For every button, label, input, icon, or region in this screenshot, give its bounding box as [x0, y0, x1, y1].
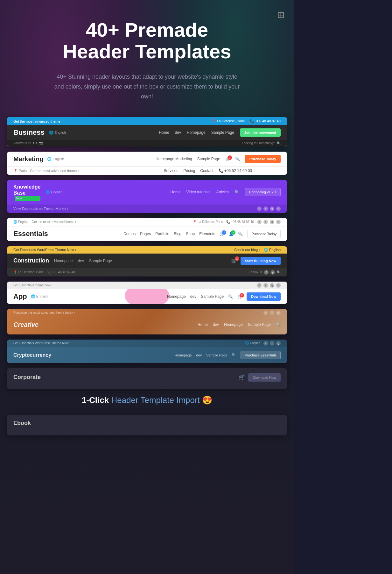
crypto-search-icon[interactable]: 🔍: [232, 353, 236, 357]
crypto-cta-button[interactable]: Purchase Essentials: [241, 351, 281, 359]
app-cart-icon[interactable]: 🛒2: [237, 294, 242, 299]
ess-search-icon[interactable]: 🔍: [238, 232, 243, 236]
kb-social-fb: f: [257, 206, 262, 211]
construction-follow: Follow us: [249, 270, 262, 274]
construction-mainbar: Construction Homepage dev Sample Page 🛒1…: [7, 254, 287, 268]
template-knowledge[interactable]: KnowledgeBase New 🌐 English Home Video t…: [7, 180, 287, 212]
knowledge-search-icon[interactable]: 🔍: [234, 190, 239, 194]
marketing-cta-button[interactable]: Purchase Today: [245, 155, 281, 163]
construction-topbar-left: Get Essentials WordPress Theme Now ›: [13, 248, 76, 252]
crypto-nav-dev[interactable]: dev: [196, 353, 202, 357]
app-topbar: Get Essentials theme now › f t ig in: [7, 282, 287, 289]
nav-homepage[interactable]: Homepage: [187, 130, 206, 135]
ess-social-ig: ig: [270, 220, 274, 224]
business-location: 📍 La Défense, Paris: [212, 119, 245, 123]
cons-social-ig: ig: [270, 270, 275, 275]
creative-nav-sample[interactable]: Sample Page: [248, 322, 271, 327]
creative-nav-dev[interactable]: dev: [213, 322, 219, 327]
knowledge-nav-articles[interactable]: Articles: [216, 190, 228, 194]
nav-sample[interactable]: Sample Page: [211, 130, 234, 135]
creative-logo: Creative: [13, 321, 38, 328]
template-construction[interactable]: Get Essentials WordPress Theme Now › Che…: [7, 246, 287, 276]
knowledge-social: f t ig in: [257, 206, 281, 211]
ebook-mainbar: Ebook: [7, 415, 287, 432]
template-cryptocurrency[interactable]: Get Essentials WordPress Theme Now › 🌐 E…: [7, 340, 287, 363]
nav-dev[interactable]: dev: [175, 130, 181, 135]
business-search-icon[interactable]: 🔍: [277, 141, 281, 145]
marketing-nav-homepage[interactable]: Homepage Marketing: [156, 157, 192, 161]
one-click-text: Header Template Import: [111, 395, 202, 405]
template-creative[interactable]: Purchase the most advanced theme today ›…: [7, 309, 287, 334]
business-cta-button[interactable]: Join the movement: [240, 128, 281, 137]
knowledge-cta-button[interactable]: Changelog v1.2.1: [245, 188, 281, 196]
construction-cta-button[interactable]: Start Building Now: [241, 257, 281, 265]
ess-portfolio[interactable]: Portfolio: [155, 232, 169, 236]
corporate-cta-button[interactable]: Download Now: [248, 373, 281, 382]
app-social-ig: ig: [270, 283, 274, 288]
marketing-logo: Marketing: [13, 155, 43, 163]
one-click-label: 1-Click Header Template Import 😍: [13, 395, 281, 405]
app-nav-sample[interactable]: Sample Page: [201, 294, 224, 299]
footer-section: 1-Click Header Template Import 😍: [6, 389, 288, 415]
template-corporate[interactable]: Corporate 🛒 Download Now: [7, 368, 287, 389]
knowledge-nav-tutorials[interactable]: Video tutorials: [186, 190, 211, 194]
marketing-services[interactable]: Services: [164, 169, 178, 173]
crypto-nav-homepage[interactable]: Homepage: [175, 353, 192, 357]
creative-mainbar: Creative Home dev Homepage Sample Page 🔍: [7, 317, 287, 333]
essentials-cta-button[interactable]: Purchase Today: [247, 230, 281, 238]
template-marketing[interactable]: Marketing 🌐 English Homepage Marketing S…: [7, 152, 287, 175]
business-navbar: Business 🌐 English Home dev Homepage Sam…: [7, 125, 287, 140]
template-essentials[interactable]: 🌐 English Get the most advanced theme › …: [7, 218, 287, 241]
template-ebook[interactable]: Ebook: [7, 415, 287, 435]
creative-nav-home[interactable]: Home: [198, 322, 208, 327]
crypto-social-ig: ig: [276, 341, 281, 346]
ess-blog[interactable]: Blog: [174, 232, 181, 236]
hero-subtitle: 40+ Stunning header layouts that adapt t…: [52, 72, 242, 101]
template-app[interactable]: Get Essentials theme now › f t ig in App…: [7, 282, 287, 304]
business-topbar: Get the most advanced theme › 📍 La Défen…: [7, 117, 287, 125]
templates-grid: Get the most advanced theme › 📍 La Défen…: [7, 117, 287, 389]
construction-cart-icon[interactable]: 🛒1: [231, 258, 237, 264]
creative-nav-homepage[interactable]: Homepage: [224, 322, 243, 327]
app-lang: 🌐 English: [31, 294, 48, 298]
app-cta-button[interactable]: Download Now: [247, 292, 281, 301]
app-search-icon[interactable]: 🔍: [228, 294, 233, 299]
marketing-cart-icon[interactable]: 🛒2: [225, 157, 230, 161]
crypto-lang: 🌐 English: [245, 341, 260, 345]
marketing-pricing[interactable]: Pricing: [184, 169, 195, 173]
knowledge-nav: Home Video tutorials Articles 🔍 Changelo…: [171, 188, 281, 196]
corporate-logo: Corporate: [13, 374, 41, 381]
marketing-nav-sample[interactable]: Sample Page: [197, 157, 220, 161]
hero-title: 40+ Premade Header Templates: [6, 19, 288, 62]
template-business[interactable]: Get the most advanced theme › 📍 La Défen…: [7, 117, 287, 147]
construction-nav-homepage[interactable]: Homepage: [54, 259, 73, 263]
crypto-nav: Homepage dev Sample Page 🔍 Purchase Esse…: [175, 351, 281, 359]
marketing-promo: Get the most advanced theme ›: [30, 169, 79, 173]
ess-shop[interactable]: Shop: [186, 232, 195, 236]
ess-demos[interactable]: Demos: [123, 232, 136, 236]
nav-home[interactable]: Home: [159, 130, 169, 135]
construction-nav-sample[interactable]: Sample Page: [89, 259, 112, 263]
essentials-mainbar: Essentials Demos Pages Portfolio Blog Sh…: [7, 226, 287, 241]
crypto-nav-sample[interactable]: Sample Page: [206, 353, 227, 357]
construction-location: 📍 La Défense, Paris: [13, 270, 43, 274]
app-nav-homepage[interactable]: Homepage: [167, 294, 186, 299]
construction-search-icon[interactable]: 🔍: [277, 270, 281, 274]
marketing-location: 📍 Paris: [13, 169, 27, 173]
ess-cart-icon[interactable]: 🛒2: [220, 232, 224, 236]
app-nav-dev[interactable]: dev: [190, 294, 196, 299]
knowledge-envato-link[interactable]: View Essentials on Envato Market ›: [13, 207, 68, 211]
ess-user-icon[interactable]: 👤1: [229, 232, 234, 236]
essentials-nav: Demos Pages Portfolio Blog Shop Elements…: [123, 230, 281, 238]
creative-search-icon[interactable]: 🔍: [276, 322, 281, 327]
business-social-f: f: [33, 141, 34, 145]
marketing-contact[interactable]: Contact: [200, 169, 213, 173]
ess-elements[interactable]: Elements: [199, 232, 215, 236]
corporate-cart-icon[interactable]: 🛒: [239, 374, 245, 380]
ess-pages[interactable]: Pages: [140, 232, 151, 236]
construction-nav-dev[interactable]: dev: [78, 259, 84, 263]
ebook-logo: Ebook: [13, 420, 31, 427]
marketing-search-icon[interactable]: 🔍: [235, 157, 240, 161]
knowledge-nav-home[interactable]: Home: [171, 190, 181, 194]
app-social-li: in: [276, 283, 281, 288]
